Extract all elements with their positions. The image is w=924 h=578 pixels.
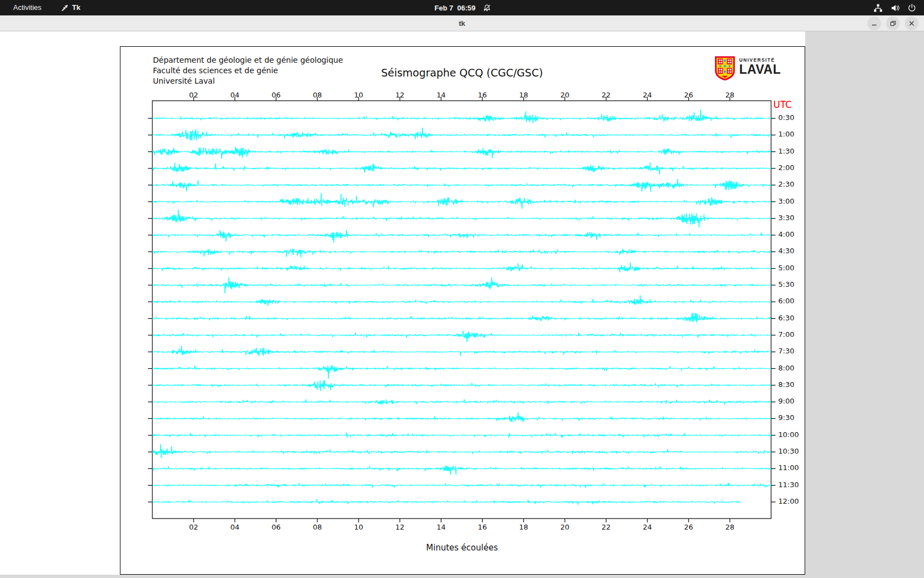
seismogram-trace <box>152 365 771 379</box>
utc-time-label: 8:00 <box>778 364 802 372</box>
utc-time-label: 9:30 <box>778 413 802 422</box>
x-tick-label: 28 <box>721 91 739 99</box>
app-menu-label: Tk <box>72 0 80 15</box>
seismogram-trace <box>152 110 771 123</box>
seismogram-trace <box>152 380 771 391</box>
seismogram-trace <box>152 179 771 192</box>
volume-icon <box>890 3 900 13</box>
x-tick-label: 14 <box>432 91 450 99</box>
utc-time-label: 0:30 <box>778 113 802 122</box>
x-tick-label: 26 <box>679 523 698 531</box>
seismogram-trace <box>152 444 771 458</box>
seismogram-trace <box>152 433 771 438</box>
x-tick-label: 22 <box>597 523 615 531</box>
system-status-area[interactable] <box>873 0 916 15</box>
seismogram-trace <box>152 277 771 293</box>
seismogram-trace <box>152 313 771 323</box>
utc-time-label: 11:30 <box>778 481 802 489</box>
utc-time-label: 10:30 <box>778 447 802 455</box>
seismogram-trace <box>152 147 771 159</box>
utc-time-label: 2:30 <box>778 180 802 188</box>
x-tick-label: 22 <box>597 91 615 99</box>
seismogram-trace <box>152 162 771 175</box>
activities-button[interactable]: Activities <box>9 0 46 15</box>
power-icon <box>908 3 916 12</box>
window-title: tk <box>0 15 924 31</box>
seismogram-trace <box>152 210 771 227</box>
seismogram-trace <box>152 466 771 475</box>
utc-time-label: 7:00 <box>778 330 802 339</box>
x-tick-label: 20 <box>556 91 574 99</box>
x-tick-label: 24 <box>638 523 657 531</box>
screen: Activities Tk Feb 7 06:59 <box>0 0 924 578</box>
close-button[interactable] <box>905 17 919 30</box>
utc-time-label: 6:30 <box>778 314 802 322</box>
focused-app-menu[interactable]: Tk <box>61 0 80 15</box>
wired-network-icon <box>873 3 883 13</box>
utc-time-label: 5:00 <box>778 264 802 272</box>
gnome-top-bar: Activities Tk Feb 7 06:59 <box>0 0 924 15</box>
x-tick-label: 02 <box>184 91 203 99</box>
utc-time-label: 1:00 <box>778 130 802 138</box>
utc-time-label: 7:30 <box>778 347 802 355</box>
x-tick-label: 26 <box>679 91 698 99</box>
utc-time-label: 4:00 <box>778 230 802 238</box>
x-tick-label: 16 <box>473 523 492 531</box>
utc-time-label: 8:30 <box>778 380 802 389</box>
x-tick-label: 08 <box>308 523 327 531</box>
x-tick-label: 12 <box>391 523 409 531</box>
seismogram-trace <box>152 263 771 272</box>
seismogram-trace <box>152 399 771 404</box>
seismogram-trace <box>152 499 740 505</box>
window-titlebar[interactable]: tk <box>0 15 924 31</box>
x-tick-label: 28 <box>721 523 739 531</box>
x-tick-label: 06 <box>267 523 285 531</box>
utc-time-label: 3:30 <box>778 214 802 222</box>
utc-time-label: 1:30 <box>778 147 802 155</box>
seismogram-trace <box>152 128 771 140</box>
x-tick-label: 14 <box>432 523 450 531</box>
seismogram-trace <box>152 295 771 306</box>
x-tick-label: 18 <box>514 91 533 99</box>
utc-time-label: 5:30 <box>778 280 802 288</box>
x-tick-label: 24 <box>638 91 657 99</box>
seismogram-trace <box>152 193 771 209</box>
seismogram-trace <box>152 483 771 488</box>
x-tick-label: 10 <box>349 91 368 99</box>
notifications-muted-icon <box>483 4 491 12</box>
utc-time-label: 12:00 <box>778 497 802 505</box>
seismograph-plot <box>120 46 805 575</box>
x-tick-label: 06 <box>267 91 285 99</box>
utc-time-label: 3:00 <box>778 197 802 205</box>
utc-time-label: 2:00 <box>778 163 802 172</box>
clock-label: Feb 7 06:59 <box>435 4 475 12</box>
seismogram-trace <box>152 412 771 422</box>
plot-box <box>152 101 771 519</box>
utc-time-label: 4:30 <box>778 247 802 255</box>
x-tick-label: 10 <box>349 523 368 531</box>
restore-button[interactable] <box>886 17 900 30</box>
x-tick-label: 08 <box>308 91 327 99</box>
x-tick-label: 04 <box>226 91 244 99</box>
utc-time-label: 10:00 <box>778 430 802 439</box>
x-tick-label: 18 <box>514 523 533 531</box>
seismogram-trace <box>152 249 771 258</box>
clock-group[interactable]: Feb 7 06:59 <box>435 0 491 15</box>
seismogram-trace <box>152 346 771 356</box>
x-tick-label: 16 <box>473 91 492 99</box>
utc-time-label: 9:00 <box>778 397 802 405</box>
x-tick-label: 04 <box>226 523 244 531</box>
seismogram-trace <box>152 230 771 242</box>
tk-feather-icon <box>61 4 69 12</box>
utc-time-label: 6:00 <box>778 297 802 305</box>
x-tick-label: 02 <box>184 523 203 531</box>
seismogram-trace <box>152 331 771 342</box>
x-tick-label: 20 <box>556 523 574 531</box>
utc-time-label: 11:00 <box>778 464 802 472</box>
x-tick-label: 12 <box>391 91 409 99</box>
minimize-button[interactable] <box>867 17 881 30</box>
